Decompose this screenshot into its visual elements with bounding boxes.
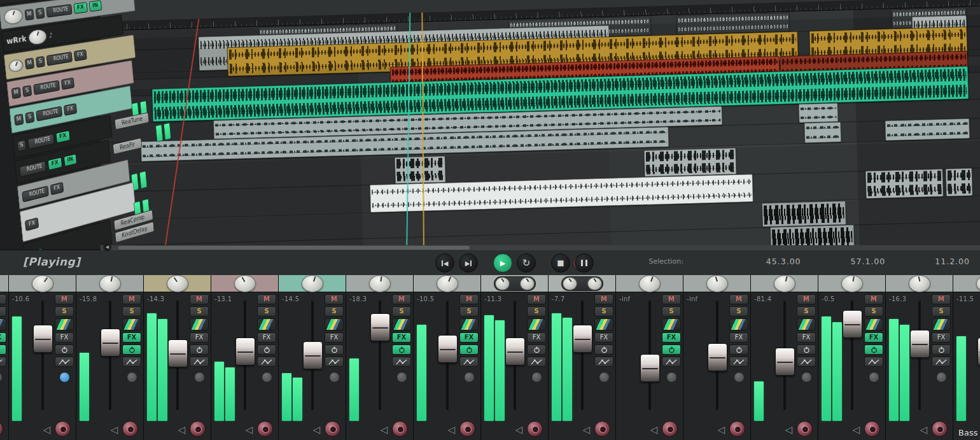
fx-button[interactable]: FX [325,332,344,343]
monitor-button[interactable] [666,372,677,383]
route-button[interactable]: ROUTE [22,185,48,202]
record-arm-button[interactable] [190,421,206,437]
monitor-button[interactable] [396,372,407,383]
record-arm-button[interactable] [325,421,340,437]
routing-button[interactable] [190,318,209,330]
fx-button[interactable]: FX [797,332,816,343]
fx-bypass-button[interactable] [594,344,613,355]
fader-track[interactable] [581,301,584,410]
pan-knob[interactable] [99,275,121,292]
record-arm-button[interactable] [55,421,71,437]
routing-button[interactable] [459,318,479,330]
media-item[interactable] [799,103,839,123]
fx-bypass-button[interactable] [0,344,6,355]
pan-knob[interactable] [563,277,577,290]
fx-bypass-button[interactable] [122,344,141,355]
record-arm-button[interactable] [932,421,948,437]
pan-width-control[interactable] [561,276,603,291]
envelope-button[interactable] [190,357,209,367]
envelope-button[interactable] [662,357,681,367]
monitor-button[interactable] [599,372,610,383]
solo-button[interactable]: S [527,306,546,316]
fx-bypass-button[interactable] [729,344,748,355]
pan-knob[interactable] [302,275,323,292]
fx-button[interactable]: FX [74,49,87,61]
arrange-canvas[interactable] [95,0,980,250]
fader-handle[interactable] [640,354,660,382]
input-button[interactable]: IN [88,0,101,11]
record-arm-button[interactable] [459,421,475,437]
monitor-button[interactable] [936,372,947,383]
width-knob[interactable] [587,277,602,290]
envelope-button[interactable] [257,357,276,367]
mute-button[interactable]: M [729,294,748,304]
fader-handle[interactable] [910,330,930,358]
solo-button[interactable]: S [325,306,344,316]
pan-knob[interactable] [495,277,510,290]
fx-bypass-button[interactable] [797,344,816,355]
stop-button[interactable]: ■ [551,253,570,273]
solo-button[interactable]: S [864,306,883,316]
route-button[interactable]: ROUTE [27,133,54,149]
monitor-button[interactable] [531,372,542,383]
fader-handle[interactable] [573,325,592,353]
mute-button[interactable]: M [11,87,21,99]
record-arm-button[interactable] [797,421,813,437]
pan-knob[interactable] [706,275,728,292]
fx-bypass-button[interactable] [932,344,951,355]
record-arm-button[interactable] [122,421,138,437]
fx-button[interactable]: FX [527,332,546,343]
routing-button[interactable] [729,318,748,330]
fx-button[interactable]: FX [48,157,62,170]
scroll-left-button[interactable]: ◀ [103,243,111,252]
solo-button[interactable]: S [55,306,74,316]
record-arm-button[interactable] [0,421,3,437]
fx-bypass-button[interactable] [527,344,546,355]
route-button[interactable]: ROUTE [33,80,60,95]
fx-button[interactable]: FX [122,332,141,343]
monitor-button[interactable] [329,372,340,383]
pan-knob[interactable] [369,275,391,292]
mute-button[interactable]: M [662,294,681,304]
fx-bypass-button[interactable] [55,344,74,355]
fx-bypass-button[interactable] [864,344,883,355]
fx-button[interactable]: FX [73,2,88,14]
pan-knob[interactable] [234,275,256,292]
mute-button[interactable]: M [122,294,141,304]
fx-bypass-button[interactable] [392,344,411,355]
fx-button[interactable]: FX [55,332,74,343]
fader-track[interactable] [41,301,44,410]
envelope-button[interactable] [325,357,344,367]
record-arm-button[interactable] [864,421,880,437]
envelope-button[interactable] [932,357,951,367]
media-item[interactable] [644,148,737,177]
media-item[interactable] [395,156,446,184]
pan-knob[interactable] [167,275,188,292]
fx-button[interactable]: FX [662,332,681,343]
solo-button[interactable]: S [392,306,411,316]
record-arm-button[interactable] [729,421,745,437]
fx-button[interactable]: FX [257,332,276,343]
solo-button[interactable]: S [932,306,951,316]
mute-button[interactable]: M [527,294,546,304]
selection-readout[interactable]: Selection: 45.3.00 57.1.00 11.2.00 [648,257,970,266]
mute-button[interactable]: M [190,294,209,304]
envelope-button[interactable] [594,357,613,367]
routing-button[interactable] [864,318,883,330]
fx-button[interactable]: FX [61,77,74,90]
route-button[interactable]: ROUTE [19,160,46,177]
pan-width-control[interactable] [494,276,536,291]
monitor-button[interactable] [127,372,137,383]
fader-handle[interactable] [303,341,323,369]
solo-button[interactable]: S [797,306,816,316]
routing-button[interactable] [257,318,276,330]
mute-button[interactable]: M [797,294,816,304]
pan-knob[interactable] [909,275,930,292]
monitor-button[interactable] [801,372,812,383]
fx-button[interactable]: FX [25,217,39,231]
fader-handle[interactable] [101,329,120,357]
routing-button[interactable] [662,318,681,330]
monitor-button[interactable] [0,372,3,383]
solo-button[interactable]: S [190,306,209,316]
pan-knob[interactable] [976,275,980,292]
